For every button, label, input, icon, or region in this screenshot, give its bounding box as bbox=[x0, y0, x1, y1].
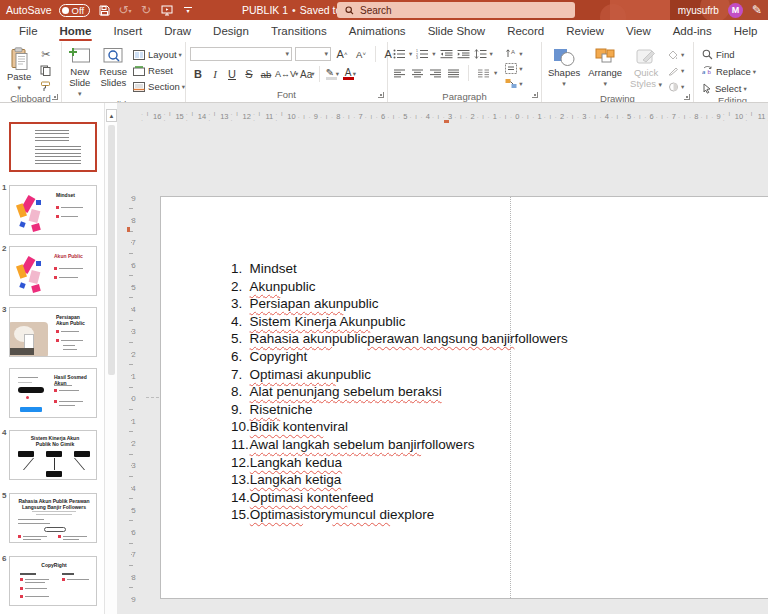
highlight-color-button[interactable]: ✎▾ bbox=[324, 67, 340, 82]
columns-icon[interactable] bbox=[477, 67, 490, 80]
quick-styles-button[interactable]: Quick Styles ▾ bbox=[626, 45, 666, 90]
font-color-button[interactable]: A▾ bbox=[341, 67, 357, 82]
pen-icon[interactable]: ✎ bbox=[752, 3, 762, 17]
new-slide-label2: Slide bbox=[69, 77, 90, 88]
thumbnail-slide-2[interactable]: Akun Public bbox=[9, 246, 97, 296]
align-center-icon[interactable] bbox=[411, 67, 424, 80]
tab-draw[interactable]: Draw bbox=[153, 20, 202, 42]
shape-outline-button[interactable]: ▾ bbox=[668, 64, 684, 77]
select-label: Select bbox=[715, 83, 741, 94]
find-label: Find bbox=[716, 49, 734, 60]
slide-canvas[interactable]: 1.Mindset2.Akun public3.Persiapan akun p… bbox=[160, 196, 768, 599]
list-item: 6.Copyright bbox=[231, 348, 711, 366]
list-item: 5.Rahasia akun public perawan langsung b… bbox=[231, 330, 711, 348]
list-item: 1.Mindset bbox=[231, 260, 711, 278]
tab-view[interactable]: View bbox=[615, 20, 662, 42]
italic-button[interactable]: I bbox=[207, 67, 223, 82]
justify-icon[interactable] bbox=[447, 67, 460, 80]
tab-home[interactable]: Home bbox=[49, 20, 103, 42]
arrange-button[interactable]: Arrange ▾ bbox=[584, 45, 626, 89]
bold-button[interactable]: B bbox=[190, 67, 206, 82]
search-input[interactable]: Search bbox=[337, 2, 575, 18]
increase-indent-icon[interactable] bbox=[457, 47, 470, 60]
drawing-dialog-launcher[interactable] bbox=[684, 94, 690, 100]
decrease-indent-icon[interactable] bbox=[440, 47, 453, 60]
tab-review[interactable]: Review bbox=[555, 20, 615, 42]
align-right-icon[interactable] bbox=[429, 67, 442, 80]
paste-button[interactable]: Paste ▾ bbox=[3, 45, 35, 93]
copy-icon[interactable] bbox=[39, 64, 52, 77]
underline-button[interactable]: U bbox=[224, 67, 240, 82]
select-button[interactable]: Select▾ bbox=[702, 82, 756, 95]
tab-record[interactable]: Record bbox=[496, 20, 555, 42]
list-item: 14.Optimasi konten feed bbox=[231, 489, 711, 507]
scroll-up-icon[interactable]: ▲ bbox=[106, 109, 117, 122]
decrease-font-size-button[interactable]: A˅ bbox=[353, 47, 369, 62]
thumbnail-title: CopyRight bbox=[18, 562, 90, 568]
new-slide-button[interactable]: New Slide ▾ bbox=[64, 45, 96, 99]
increase-font-size-button[interactable]: A˄ bbox=[334, 47, 350, 62]
bullets-icon[interactable] bbox=[393, 47, 406, 60]
svg-text:a: a bbox=[702, 69, 706, 75]
tab-insert[interactable]: Insert bbox=[102, 20, 153, 42]
user-name[interactable]: myusufrb bbox=[678, 5, 719, 16]
layout-button[interactable]: Layout▾ bbox=[133, 48, 185, 61]
strikethrough-button[interactable]: S bbox=[241, 67, 257, 82]
thumbnail-slide-6[interactable]: CopyRight bbox=[9, 556, 97, 606]
numbering-icon[interactable]: 123 bbox=[416, 47, 429, 60]
text-direction-button[interactable]: A▾ bbox=[505, 47, 522, 60]
thumbnail-slide-4[interactable]: Sistem Kinerja Akun Publik No Gimik bbox=[9, 430, 97, 480]
reuse-slides-button[interactable]: Reuse Slides bbox=[96, 45, 131, 88]
new-slide-label: New bbox=[70, 67, 89, 77]
change-case-button[interactable]: Aa▾ bbox=[299, 67, 315, 82]
thumbnail-current-list-slide[interactable] bbox=[9, 122, 97, 172]
font-dialog-launcher[interactable] bbox=[378, 92, 384, 98]
reuse-slides-label2: Slides bbox=[100, 78, 126, 88]
thumbnail-slide-3[interactable]: Persiapan Akun Public bbox=[9, 307, 97, 357]
vertical-ruler[interactable]: 9876543210123456789 bbox=[127, 187, 140, 611]
chevron-down-icon: ▾ bbox=[17, 83, 21, 93]
group-paragraph: ▾ 123▾ ▾ ▾ A bbox=[388, 42, 542, 102]
character-spacing-button[interactable]: A↔V▾ bbox=[275, 67, 298, 82]
tab-file[interactable]: File bbox=[8, 20, 49, 42]
tab-animations[interactable]: Animations bbox=[338, 20, 417, 42]
replace-button[interactable]: ab Replace▾ bbox=[702, 65, 756, 78]
align-left-icon[interactable] bbox=[393, 67, 406, 80]
reset-button[interactable]: Reset bbox=[133, 64, 185, 77]
strikethrough-alt-button[interactable]: ab bbox=[258, 67, 274, 82]
tab-design[interactable]: Design bbox=[202, 20, 260, 42]
quick-styles-label2: Styles bbox=[630, 78, 656, 89]
thumbnail-slide-profile[interactable]: Hasil Sosmed Akun bbox=[9, 368, 97, 418]
ribbon-tab-bar: File Home Insert Draw Design Transitions… bbox=[0, 20, 768, 42]
scrollbar-thumb[interactable] bbox=[108, 125, 115, 375]
avatar[interactable]: M bbox=[728, 3, 743, 18]
arrange-icon bbox=[593, 47, 617, 67]
ruler-cursor-marker bbox=[444, 120, 449, 123]
section-button[interactable]: Section▾ bbox=[133, 80, 185, 93]
tab-add-ins[interactable]: Add-ins bbox=[662, 20, 723, 42]
horizontal-ruler[interactable]: · ǀ ·16· ǀ ·15· ǀ ·14· ǀ ·13· ǀ ·12· ǀ ·… bbox=[141, 110, 768, 123]
font-size-dropdown[interactable]: ▾ bbox=[295, 47, 331, 61]
tab-help[interactable]: Help bbox=[723, 20, 768, 42]
font-name-dropdown[interactable]: ▾ bbox=[190, 47, 292, 61]
format-painter-icon[interactable] bbox=[39, 80, 52, 93]
thumbnail-scrollbar[interactable]: ▲ bbox=[104, 103, 117, 614]
slide-numbered-list[interactable]: 1.Mindset2.Akun public3.Persiapan akun p… bbox=[231, 260, 711, 524]
line-spacing-icon[interactable] bbox=[474, 47, 487, 60]
align-text-button[interactable]: ▾ bbox=[505, 62, 522, 75]
group-slides: New Slide ▾ Reuse Slides Layout▾ Reset bbox=[62, 42, 186, 102]
shapes-button[interactable]: Shapes ▾ bbox=[544, 45, 584, 89]
shapes-label: Shapes bbox=[548, 68, 580, 78]
paragraph-dialog-launcher[interactable] bbox=[532, 92, 538, 98]
clipboard-dialog-launcher[interactable] bbox=[52, 94, 58, 100]
cut-icon[interactable]: ✂ bbox=[39, 48, 52, 61]
find-button[interactable]: Find bbox=[702, 48, 756, 61]
shape-fill-button[interactable]: ▾ bbox=[668, 48, 684, 61]
tab-transitions[interactable]: Transitions bbox=[260, 20, 338, 42]
tab-slide-show[interactable]: Slide Show bbox=[417, 20, 497, 42]
thumbnail-slide-5[interactable]: Rahasia Akun Publik Perawan Langsung Ban… bbox=[9, 493, 97, 543]
list-item: 13.Langkah ketiga bbox=[231, 471, 711, 489]
thumbnail-slide-1[interactable]: Mindset bbox=[9, 185, 97, 235]
shape-effects-button[interactable]: ▾ bbox=[668, 80, 684, 93]
convert-to-smartart-button[interactable]: ▾ bbox=[505, 77, 522, 90]
